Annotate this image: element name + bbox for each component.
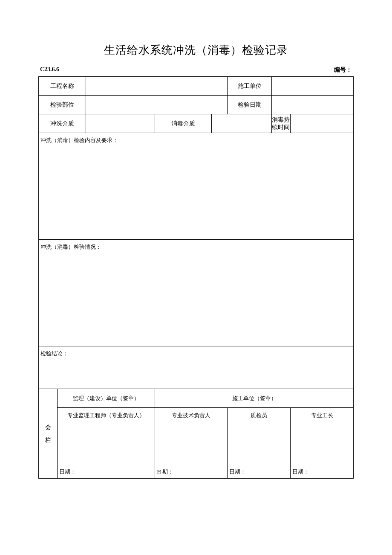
row-project: 工程名称 施工单位 <box>39 77 354 96</box>
contractor-header: 施工单位（签章） <box>155 389 354 408</box>
row-inspection: 检验部位 检验日期 <box>39 96 354 114</box>
date-cell-2[interactable]: H 期： <box>155 423 228 479</box>
form-table: 工程名称 施工单位 检验部位 检验日期 冲洗介质 消毒介质 消毒持续时间 冲洗（… <box>38 76 354 479</box>
form-code: C23.6.6 <box>40 66 59 74</box>
header-row: C23.6.6 编号： <box>38 66 354 74</box>
page-title: 生活给水系统冲洗（消毒）检验记录 <box>38 43 354 58</box>
side-char-2: 栏 <box>39 436 57 444</box>
section-content-req[interactable]: 冲洗（消毒）检验内容及要求： <box>39 133 354 240</box>
value-project-name[interactable] <box>86 77 228 96</box>
date-cell-4[interactable]: 日期： <box>291 423 354 479</box>
section-conclusion[interactable]: 检验结论： <box>39 346 354 389</box>
supervision-header: 监理（建设）单位（签章） <box>58 389 155 408</box>
role-tech-lead: 专业技术负责人 <box>155 408 228 423</box>
section-situation[interactable]: 冲洗（消毒）检验情况： <box>39 240 354 346</box>
date-cell-3[interactable]: 日期： <box>228 423 291 479</box>
side-char-1: 会 <box>39 424 57 431</box>
label-project-name: 工程名称 <box>39 77 86 96</box>
value-part[interactable] <box>86 96 228 114</box>
date-cell-1[interactable]: 日期： <box>58 423 155 479</box>
row-signoff-header: 会 栏 监理（建设）单位（签章） 施工单位（签章） <box>39 389 354 408</box>
row-section-conclusion: 检验结论： <box>39 346 354 389</box>
label-duration: 消毒持续时间 <box>271 114 290 133</box>
label-date: 检验日期 <box>228 96 271 114</box>
value-disinfect-medium[interactable] <box>212 114 271 133</box>
value-flush-medium[interactable] <box>86 114 155 133</box>
role-qc: 质检员 <box>228 408 291 423</box>
label-part: 检验部位 <box>39 96 86 114</box>
label-disinfect-medium: 消毒介质 <box>155 114 212 133</box>
signoff-side-label: 会 栏 <box>39 389 58 479</box>
row-signoff-dates: 日期： H 期： 日期： 日期： <box>39 423 354 479</box>
row-medium: 冲洗介质 消毒介质 消毒持续时间 <box>39 114 354 133</box>
row-section-content-req: 冲洗（消毒）检验内容及要求： <box>39 133 354 240</box>
value-date[interactable] <box>271 96 353 114</box>
form-number-label: 编号： <box>334 67 352 73</box>
label-contractor: 施工单位 <box>228 77 271 96</box>
value-contractor[interactable] <box>271 77 353 96</box>
row-signoff-roles: 专业监理工程师（专业负责人） 专业技术负责人 质检员 专业工长 <box>39 408 354 423</box>
value-duration[interactable] <box>291 114 354 133</box>
role-supervisor: 专业监理工程师（专业负责人） <box>58 408 155 423</box>
row-section-situation: 冲洗（消毒）检验情况： <box>39 240 354 346</box>
role-foreman: 专业工长 <box>291 408 354 423</box>
label-flush-medium: 冲洗介质 <box>39 114 86 133</box>
form-number: 编号： <box>334 66 352 74</box>
